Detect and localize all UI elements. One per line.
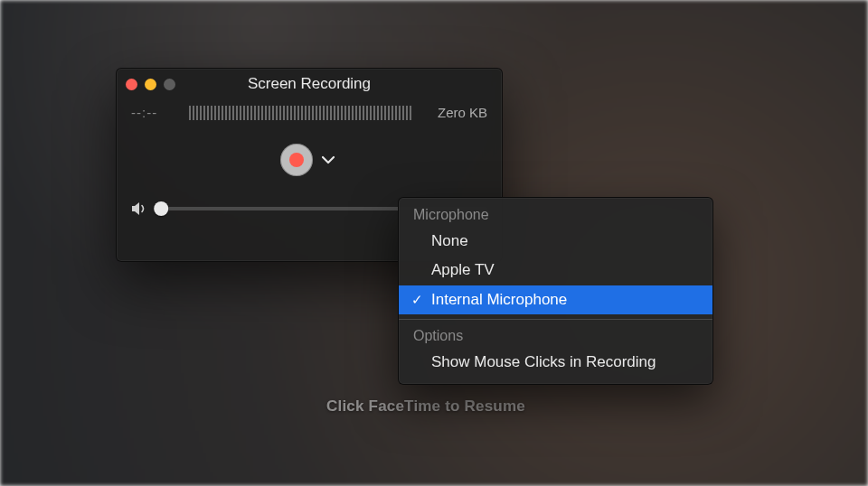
minimize-button[interactable] [145, 79, 156, 90]
audio-level-meter [189, 106, 425, 120]
recording-timer: --:-- [131, 105, 176, 120]
window-controls [126, 79, 175, 90]
chevron-down-icon [322, 155, 335, 164]
record-options-menu: Microphone None Apple TV ✓ Internal Micr… [398, 197, 713, 385]
volume-slider-knob[interactable] [154, 201, 168, 216]
menu-item-label: Internal Microphone [431, 288, 567, 312]
zoom-button[interactable] [164, 79, 175, 90]
menu-item-show-mouse-clicks[interactable]: Show Mouse Clicks in Recording [399, 348, 712, 377]
menu-item-label: None [431, 229, 468, 253]
record-row [117, 144, 502, 176]
menu-divider [399, 319, 712, 320]
status-row: --:-- Zero KB [117, 99, 502, 120]
close-button[interactable] [126, 79, 137, 90]
check-icon: ✓ [408, 289, 426, 310]
menu-item-mic-internal[interactable]: ✓ Internal Microphone [399, 285, 712, 314]
menu-item-label: Apple TV [431, 258, 495, 282]
menu-section-microphone: Microphone [399, 203, 712, 227]
menu-item-mic-apple-tv[interactable]: Apple TV [399, 256, 712, 285]
facetime-resume-hint: Click FaceTime to Resume [326, 397, 525, 416]
menu-item-mic-none[interactable]: None [399, 227, 712, 256]
speaker-icon [131, 201, 149, 216]
record-button[interactable] [280, 144, 313, 176]
record-options-dropdown[interactable] [318, 152, 338, 168]
titlebar: Screen Recording [117, 69, 502, 99]
menu-section-options: Options [399, 324, 712, 348]
menu-item-label: Show Mouse Clicks in Recording [431, 350, 656, 374]
recording-size: Zero KB [438, 105, 487, 120]
record-icon [289, 153, 304, 167]
